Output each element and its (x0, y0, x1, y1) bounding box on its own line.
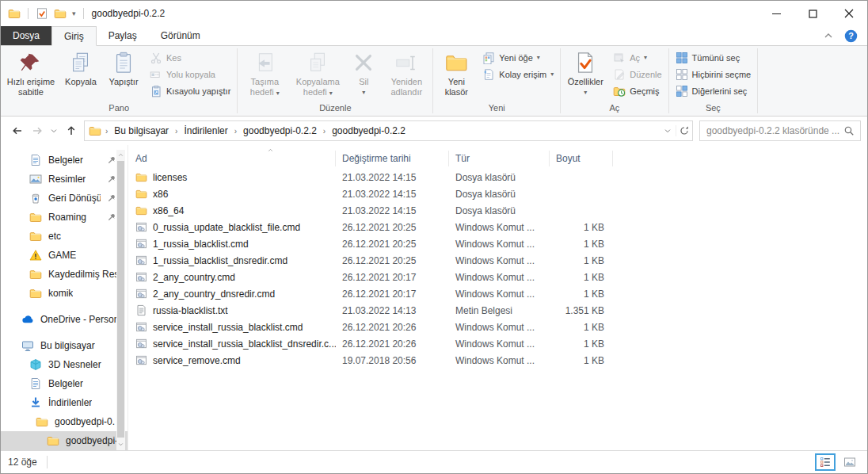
invert-selection-button[interactable]: Diğerlerini seç (676, 83, 752, 98)
breadcrumb-downloads[interactable]: İndirilenler (178, 125, 233, 136)
divider (757, 48, 758, 113)
group-label-organize: Düzenle (238, 103, 432, 116)
open-button[interactable]: Aç ▾ (613, 50, 661, 65)
scrollbar-thumb[interactable] (117, 161, 124, 438)
search-box (699, 120, 861, 141)
sidebar-item-documents-pinned[interactable]: Belgeler (1, 151, 128, 170)
file-row[interactable]: service_install_russia_blacklist.cmd 26.… (128, 319, 867, 335)
up-button[interactable] (61, 121, 81, 140)
sidebar-item-this-pc[interactable]: Bu bilgisayar (1, 336, 128, 355)
select-none-icon (676, 68, 688, 81)
search-icon[interactable] (843, 125, 855, 136)
select-all-button[interactable]: Tümünü seç (676, 50, 752, 65)
details-view-icon (819, 456, 832, 468)
history-clock-icon (613, 85, 626, 97)
pin-to-quick-access-button[interactable]: Hızlı erişime sabitle (2, 49, 59, 99)
refresh-icon[interactable] (676, 125, 692, 136)
sidebar-item-etc[interactable]: etc (1, 227, 128, 246)
column-header-size[interactable]: Boyut (550, 151, 613, 166)
rename-button[interactable]: Yeniden adlandır (382, 49, 431, 99)
file-row[interactable]: 1_russia_blacklist.cmd 26.12.2021 20:25 … (128, 235, 867, 252)
copy-path-icon (150, 68, 162, 81)
tab-share[interactable]: Paylaş (97, 26, 149, 45)
file-row[interactable]: 2_any_country_dnsredir.cmd 26.12.2021 20… (128, 285, 867, 302)
file-row[interactable]: x86_64 21.03.2022 14:15 Dosya klasörü (128, 202, 867, 219)
tab-home[interactable]: Giriş (51, 26, 97, 46)
edit-pen-icon (613, 68, 626, 81)
help-icon[interactable] (844, 29, 858, 43)
navigation-pane: Belgeler Resimler Geri Dönüşür Roaming e (1, 145, 128, 450)
file-row[interactable]: service_install_russia_blacklist_dnsredi… (128, 335, 867, 352)
sidebar-item-game[interactable]: GAME (1, 246, 128, 265)
copy-path-button[interactable]: Yolu kopyala (150, 67, 230, 82)
sidebar-item-goodbyedpi-current[interactable]: goodbyedpi- (1, 431, 128, 450)
folder-icon (29, 268, 42, 281)
copy-to-button[interactable]: Kopyalama hedefi ▾ (290, 49, 345, 99)
scroll-down-icon[interactable] (116, 439, 125, 449)
scroll-up-icon[interactable] (116, 150, 125, 159)
address-history-caret-icon[interactable] (660, 126, 676, 136)
details-view-button[interactable] (815, 453, 836, 471)
sidebar-scrollbar[interactable] (116, 150, 125, 450)
sidebar-item-documents[interactable]: Belgeler (1, 374, 128, 393)
sidebar-item-roaming[interactable]: Roaming (1, 208, 128, 227)
collapse-ribbon-icon[interactable] (822, 29, 835, 42)
folder-icon (29, 211, 42, 224)
move-to-button[interactable]: Taşıma hedefi ▾ (239, 49, 290, 99)
recent-locations-caret-icon[interactable] (47, 121, 61, 140)
new-folder-button[interactable]: Yeni klasör (435, 49, 478, 99)
easy-access-button[interactable]: Kolay erişim ▾ (482, 67, 554, 82)
file-row[interactable]: 0_russia_update_blacklist_file.cmd 26.12… (128, 219, 867, 235)
file-row[interactable]: licenses 21.03.2022 14:15 Dosya klasörü (128, 169, 867, 185)
file-row[interactable]: russia-blacklist.txt 21.03.2022 14:13 Me… (128, 302, 867, 319)
maximize-button[interactable] (794, 1, 831, 26)
select-none-button[interactable]: Hiçbirini seçme (676, 67, 752, 82)
paste-shortcut-button[interactable]: Kısayolu yapıştır (150, 83, 230, 98)
close-button[interactable] (831, 1, 867, 26)
edit-button[interactable]: Düzenle (613, 67, 661, 82)
sidebar-item-saved-pictures[interactable]: Kaydedilmiş Res (1, 265, 128, 284)
tab-view[interactable]: Görünüm (149, 26, 212, 45)
column-header-name[interactable]: Ad (128, 151, 336, 166)
breadcrumb-folder-parent[interactable]: goodbyedpi-0.2.2 (238, 125, 322, 136)
breadcrumb-folder-current[interactable]: goodbyedpi-0.2.2 (326, 125, 411, 136)
cmd-file-icon (135, 271, 147, 283)
column-header-type[interactable]: Tür (449, 151, 550, 166)
sidebar-item-komik[interactable]: komik (1, 284, 128, 303)
ribbon-group-organize: Taşıma hedefi ▾ Kopyalama hedefi ▾ Sil ▾… (238, 46, 432, 116)
sidebar-item-pictures-pinned[interactable]: Resimler (1, 170, 128, 189)
column-header-date-modified[interactable]: Değiştirme tarihi (336, 151, 449, 166)
new-item-button[interactable]: Yeni öğe ▾ (482, 50, 554, 65)
customize-toolbar-caret-icon[interactable]: ▾ (72, 10, 76, 17)
minimize-button[interactable] (758, 1, 794, 26)
sidebar-item-onedrive[interactable]: OneDrive - Person (1, 310, 128, 329)
back-button[interactable] (7, 121, 27, 140)
paste-button[interactable]: Yapıştır (102, 49, 145, 89)
divider (1, 303, 128, 310)
properties-quick-icon[interactable] (36, 7, 48, 20)
ribbon: Hızlı erişime sabitle Kopyala Yapıştır K… (1, 46, 867, 117)
sidebar-item-goodbyedpi-parent[interactable]: goodbyedpi-0. (1, 412, 128, 431)
sidebar-item-recycle-bin[interactable]: Geri Dönüşür (1, 189, 128, 208)
search-input[interactable] (700, 125, 842, 136)
delete-button[interactable]: Sil ▾ (345, 49, 382, 97)
address-bar[interactable]: › Bu bilgisayar › İndirilenler › goodbye… (84, 120, 693, 141)
file-row[interactable]: 1_russia_blacklist_dnsredir.cmd 26.12.20… (128, 252, 867, 269)
breadcrumb-this-pc[interactable]: Bu bilgisayar (108, 125, 174, 136)
tab-file-menu[interactable]: Dosya (1, 26, 51, 45)
file-row[interactable]: 2_any_country.cmd 26.12.2021 20:17 Windo… (128, 269, 867, 285)
folder-icon (29, 287, 42, 300)
history-button[interactable]: Geçmiş (613, 83, 661, 98)
sidebar-item-3d-objects[interactable]: 3D Nesneler (1, 355, 128, 374)
copy-button[interactable]: Kopyala (59, 49, 102, 89)
sidebar-item-downloads[interactable]: İndirilenler (1, 393, 128, 412)
window-controls (758, 1, 867, 26)
thumbnails-view-button[interactable] (839, 453, 860, 471)
new-folder-quick-icon[interactable] (54, 7, 67, 20)
divider (83, 8, 84, 19)
cut-button[interactable]: Kes (150, 50, 230, 65)
file-row[interactable]: x86 21.03.2022 14:15 Dosya klasörü (128, 185, 867, 202)
properties-button[interactable]: Özellikler ▾ (562, 49, 608, 97)
file-row[interactable]: service_remove.cmd 19.07.2018 20:56 Wind… (128, 352, 867, 369)
forward-button[interactable] (27, 121, 47, 140)
